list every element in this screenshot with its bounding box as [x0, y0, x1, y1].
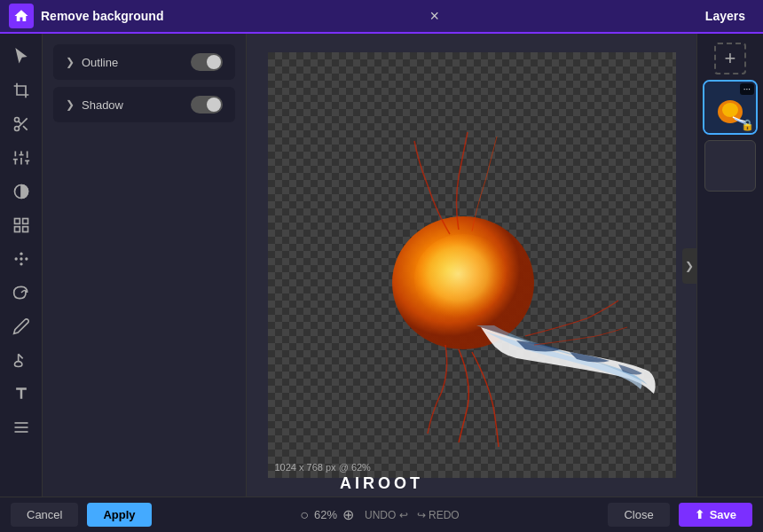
cancel-button[interactable]: Cancel — [11, 503, 78, 527]
shadow-chevron: ❯ — [66, 98, 75, 111]
shadow-section: ❯ Shadow — [53, 87, 235, 122]
pen-tool[interactable] — [7, 312, 35, 340]
bottom-left: Cancel Apply — [11, 503, 152, 527]
bottom-right: Close ⬆ Save — [608, 503, 752, 527]
canvas-area: 1024 x 768 px @ 62% — [247, 34, 696, 497]
scissors-tool[interactable] — [7, 110, 35, 138]
outline-chevron: ❯ — [66, 56, 75, 68]
close-button[interactable]: Close — [608, 503, 669, 527]
lines-tool[interactable] — [7, 413, 35, 442]
svg-line-4 — [18, 121, 20, 124]
zoom-level: 62% — [314, 508, 337, 521]
brush-tool[interactable] — [7, 346, 35, 374]
svg-rect-17 — [14, 227, 20, 232]
zoom-out-button[interactable]: ○ — [300, 507, 309, 523]
home-button[interactable] — [9, 4, 34, 28]
layer-lock-icon-1: 🔒 — [741, 119, 754, 131]
close-button[interactable]: × — [422, 8, 446, 24]
layer-item-1[interactable]: ··· 🔒 — [704, 82, 756, 133]
outline-toggle-knob — [207, 55, 221, 69]
svg-point-1 — [14, 127, 19, 131]
outline-label: Outline — [82, 56, 118, 69]
redo-button[interactable]: ↪ REDO — [417, 509, 460, 521]
save-label: Save — [710, 508, 736, 521]
select-tool[interactable] — [7, 43, 35, 71]
adjust-tool[interactable] — [7, 144, 35, 172]
svg-line-3 — [23, 126, 28, 130]
bottom-center: ○ 62% ⊕ UNDO ↩ ↪ REDO — [300, 506, 459, 523]
svg-point-0 — [14, 118, 19, 122]
outline-header-left: ❯ Outline — [66, 56, 118, 69]
right-panel: + ··· 🔒 — [696, 34, 763, 497]
shadow-toggle-knob — [207, 98, 221, 112]
save-button[interactable]: ⬆ Save — [679, 503, 752, 527]
shadow-header-left: ❯ Shadow — [66, 98, 123, 112]
grid-tool[interactable] — [7, 211, 35, 239]
outline-toggle[interactable] — [191, 53, 223, 71]
zoom-controls: ○ 62% ⊕ — [300, 506, 354, 523]
contrast-tool[interactable] — [7, 177, 35, 206]
svg-point-19 — [14, 257, 17, 260]
svg-point-22 — [20, 262, 22, 265]
nodes-tool[interactable] — [7, 245, 35, 273]
spiral-tool[interactable] — [7, 278, 35, 307]
panel-title: Remove background — [41, 9, 163, 23]
top-bar: Remove background × Layers — [0, 0, 763, 34]
undo-button[interactable]: UNDO ↩ — [365, 509, 408, 521]
layer-menu-dots-1[interactable]: ··· — [740, 83, 754, 95]
layer-item-2[interactable] — [704, 140, 756, 192]
svg-rect-18 — [22, 227, 28, 232]
svg-point-28 — [414, 234, 512, 323]
svg-point-21 — [25, 257, 28, 260]
undo-redo: UNDO ↩ ↪ REDO — [365, 509, 460, 521]
outline-header[interactable]: ❯ Outline — [53, 44, 235, 80]
apply-button[interactable]: Apply — [87, 503, 151, 527]
svg-point-20 — [20, 253, 22, 255]
canvas-info: 1024 x 768 px @ 62% — [275, 462, 371, 473]
redo-label: REDO — [429, 509, 460, 521]
canvas-wrapper: 1024 x 768 px @ 62% — [268, 52, 676, 478]
canvas-image — [268, 52, 676, 478]
bottom-bar: Cancel Apply ○ 62% ⊕ UNDO ↩ ↪ REDO Close… — [0, 497, 763, 532]
collapse-panel-button[interactable]: ❯ — [682, 248, 696, 284]
shadow-header[interactable]: ❯ Shadow — [53, 87, 235, 122]
svg-rect-16 — [22, 219, 28, 224]
zoom-in-button[interactable]: ⊕ — [342, 506, 354, 523]
outline-section: ❯ Outline — [53, 44, 235, 80]
svg-rect-15 — [14, 219, 20, 224]
text-tool[interactable] — [7, 379, 35, 408]
svg-point-31 — [722, 103, 738, 117]
save-icon: ⬆ — [695, 508, 704, 521]
left-toolbar — [0, 34, 43, 497]
left-panel: ❯ Outline ❯ Shadow — [43, 34, 247, 497]
add-layer-button[interactable]: + — [714, 43, 746, 74]
layers-button[interactable]: Layers — [705, 9, 763, 23]
crop-tool[interactable] — [7, 76, 35, 105]
shadow-label: Shadow — [82, 98, 123, 112]
top-bar-left: Remove background — [0, 4, 163, 28]
jellyfish-image — [286, 79, 658, 451]
undo-label: UNDO — [365, 509, 396, 521]
shadow-toggle[interactable] — [191, 96, 223, 113]
svg-point-23 — [20, 257, 22, 260]
